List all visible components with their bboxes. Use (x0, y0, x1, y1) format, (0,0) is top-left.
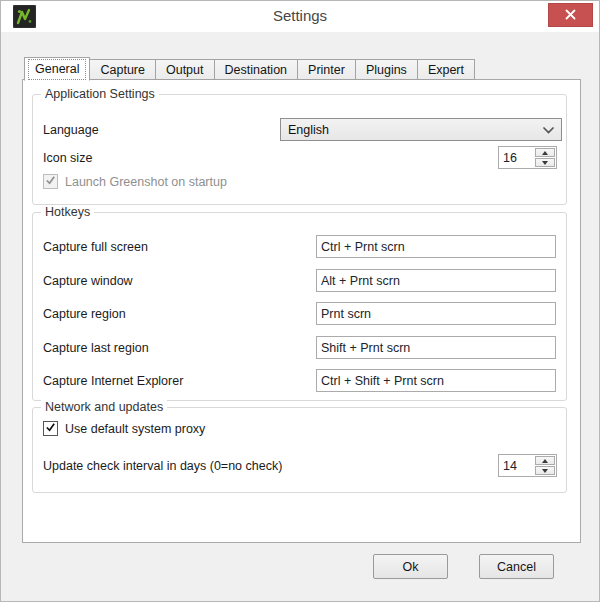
startup-checkbox-row: Launch Greenshot on startup (43, 174, 227, 189)
capture-ie-hotkey-input[interactable] (316, 369, 556, 392)
icon-size-label: Icon size (43, 146, 92, 169)
tab-label: General (29, 60, 85, 79)
capture-window-hotkey-input[interactable] (316, 269, 556, 292)
tab-capture[interactable]: Capture (90, 59, 155, 80)
capture-window-label: Capture window (43, 269, 133, 292)
capture-region-hotkey-input[interactable] (316, 302, 556, 325)
tab-plugins[interactable]: Plugins (356, 59, 418, 80)
language-combobox[interactable]: English (280, 118, 562, 141)
down-arrow-icon (542, 161, 548, 165)
up-arrow-icon (542, 151, 548, 155)
language-value: English (288, 123, 329, 137)
update-interval-label: Update check interval in days (0=no chec… (43, 454, 282, 477)
application-settings-group: Application Settings Language English Ic… (32, 94, 567, 205)
language-label: Language (43, 118, 99, 141)
capture-region-label: Capture region (43, 302, 126, 325)
tab-label: Capture (100, 63, 144, 77)
group-title: Application Settings (41, 87, 159, 101)
proxy-checkbox[interactable] (43, 421, 58, 436)
network-updates-group: Network and updates Use default system p… (32, 407, 567, 493)
tab-label: Expert (428, 63, 464, 77)
down-arrow-icon (542, 469, 548, 473)
icon-size-down-button[interactable] (535, 158, 555, 167)
startup-checkbox (43, 174, 58, 189)
spin-buttons (535, 455, 556, 476)
chevron-down-icon (543, 123, 554, 137)
update-interval-input[interactable] (499, 455, 535, 476)
up-arrow-icon (542, 459, 548, 463)
capture-fullscreen-label: Capture full screen (43, 235, 148, 258)
ok-button[interactable]: Ok (373, 554, 448, 579)
tab-output[interactable]: Output (156, 59, 215, 80)
window-title: Settings (1, 7, 599, 24)
tab-printer[interactable]: Printer (298, 59, 356, 80)
startup-checkbox-label: Launch Greenshot on startup (65, 175, 227, 189)
hotkeys-group: Hotkeys Capture full screen Capture wind… (32, 212, 567, 401)
settings-window: Settings General Capture Output Destinat… (0, 0, 600, 602)
spin-buttons (535, 147, 556, 168)
check-icon (45, 422, 56, 436)
icon-size-stepper (498, 146, 557, 169)
proxy-checkbox-row: Use default system proxy (43, 421, 205, 436)
group-title: Hotkeys (41, 205, 94, 219)
tab-general[interactable]: General (24, 57, 90, 81)
capture-fullscreen-hotkey-input[interactable] (316, 235, 556, 258)
icon-size-input[interactable] (499, 147, 535, 168)
tab-label: Plugins (366, 63, 407, 77)
tab-label: Destination (225, 63, 288, 77)
icon-size-up-button[interactable] (535, 148, 555, 157)
titlebar[interactable]: Settings (1, 1, 599, 32)
tab-label: Output (166, 63, 204, 77)
cancel-button[interactable]: Cancel (479, 554, 554, 579)
tab-destination[interactable]: Destination (215, 59, 299, 80)
check-icon (45, 175, 56, 189)
tab-label: Printer (308, 63, 345, 77)
tab-expert[interactable]: Expert (418, 59, 475, 80)
tab-page-general: Application Settings Language English Ic… (22, 79, 581, 543)
proxy-checkbox-label: Use default system proxy (65, 422, 205, 436)
capture-ie-label: Capture Internet Explorer (43, 369, 183, 392)
update-interval-down-button[interactable] (535, 466, 555, 475)
tab-strip: General Capture Output Destination Print… (24, 56, 475, 80)
update-interval-stepper (498, 454, 557, 477)
capture-last-region-hotkey-input[interactable] (316, 336, 556, 359)
group-title: Network and updates (41, 400, 167, 414)
close-button[interactable] (548, 3, 593, 27)
capture-last-region-label: Capture last region (43, 336, 149, 359)
update-interval-up-button[interactable] (535, 456, 555, 465)
close-icon (565, 8, 576, 23)
